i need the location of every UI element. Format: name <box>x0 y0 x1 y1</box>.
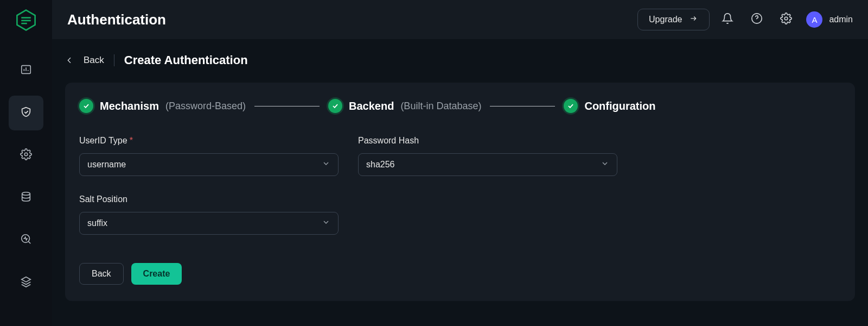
sidebar-item-stack[interactable] <box>9 265 43 300</box>
step-title: Configuration <box>584 100 655 112</box>
sidebar-item-settings[interactable] <box>9 138 43 173</box>
password-hash-label: Password Hash <box>358 136 617 146</box>
shield-icon <box>20 106 32 120</box>
stepper: Mechanism (Password-Based) Backend (Buil… <box>79 99 841 113</box>
product-logo <box>14 8 39 33</box>
sidebar <box>0 0 52 326</box>
chevron-down-icon <box>322 159 330 170</box>
breadcrumb: Back Create Authentication <box>65 53 855 67</box>
svg-line-11 <box>29 242 31 244</box>
create-button[interactable]: Create <box>131 263 182 285</box>
sidebar-item-database[interactable] <box>9 180 43 215</box>
button-row: Back Create <box>79 263 841 285</box>
page-title: Authentication <box>67 11 166 28</box>
select-value: sha256 <box>366 160 395 170</box>
step-subtitle: (Built-in Database) <box>400 101 481 112</box>
activity-search-icon <box>20 233 32 247</box>
sidebar-item-security[interactable] <box>9 96 43 130</box>
svg-marker-12 <box>22 277 31 282</box>
back-chevron-button[interactable] <box>65 56 74 65</box>
step-mechanism[interactable]: Mechanism (Password-Based) <box>79 99 246 113</box>
upgrade-label: Upgrade <box>649 15 682 24</box>
help-circle-icon <box>751 12 763 27</box>
gear-icon <box>780 12 792 27</box>
help-button[interactable] <box>745 8 768 31</box>
breadcrumb-divider <box>114 54 114 66</box>
check-circle-icon <box>564 99 578 113</box>
salt-position-select[interactable]: suffix <box>79 212 339 235</box>
chevron-down-icon <box>601 159 609 170</box>
back-link[interactable]: Back <box>84 55 104 66</box>
salt-position-label: Salt Position <box>79 195 339 204</box>
topbar: Authentication Upgrade A admin <box>52 0 868 39</box>
arrow-right-icon <box>688 15 698 24</box>
check-circle-icon <box>328 99 342 113</box>
step-subtitle: (Password-Based) <box>165 101 246 112</box>
layers-icon <box>20 275 32 290</box>
sidebar-item-dashboard[interactable] <box>9 53 43 88</box>
svg-point-8 <box>24 153 28 156</box>
step-connector <box>254 106 320 106</box>
userid-type-select[interactable]: username <box>79 153 339 176</box>
svg-point-16 <box>785 17 788 20</box>
step-title: Mechanism <box>100 100 159 112</box>
svg-point-9 <box>22 192 30 196</box>
userid-type-label: UserID Type* <box>79 136 339 146</box>
settings-button[interactable] <box>775 8 797 31</box>
chevron-down-icon <box>322 218 330 229</box>
gear-cog-icon <box>20 148 32 162</box>
content: Back Create Authentication Mechanism (Pa… <box>52 39 868 326</box>
avatar[interactable]: A <box>806 11 822 28</box>
breadcrumb-title: Create Authentication <box>124 53 248 67</box>
bell-icon <box>722 12 733 27</box>
select-value: username <box>87 160 126 170</box>
password-hash-select[interactable]: sha256 <box>358 153 617 176</box>
step-title: Backend <box>349 100 394 112</box>
step-backend[interactable]: Backend (Built-in Database) <box>328 99 481 113</box>
step-configuration[interactable]: Configuration <box>564 99 655 113</box>
notifications-button[interactable] <box>716 8 739 31</box>
step-connector <box>490 106 555 106</box>
sidebar-item-diagnose[interactable] <box>9 223 43 258</box>
check-circle-icon <box>79 99 93 113</box>
config-card: Mechanism (Password-Based) Backend (Buil… <box>65 83 855 301</box>
username-label: admin <box>829 15 853 24</box>
select-value: suffix <box>87 218 107 228</box>
back-button[interactable]: Back <box>79 263 124 285</box>
upgrade-button[interactable]: Upgrade <box>637 9 710 30</box>
main: Authentication Upgrade A admin <box>52 0 868 326</box>
bar-chart-icon <box>20 64 32 78</box>
required-marker: * <box>130 136 133 145</box>
database-icon <box>20 191 32 205</box>
